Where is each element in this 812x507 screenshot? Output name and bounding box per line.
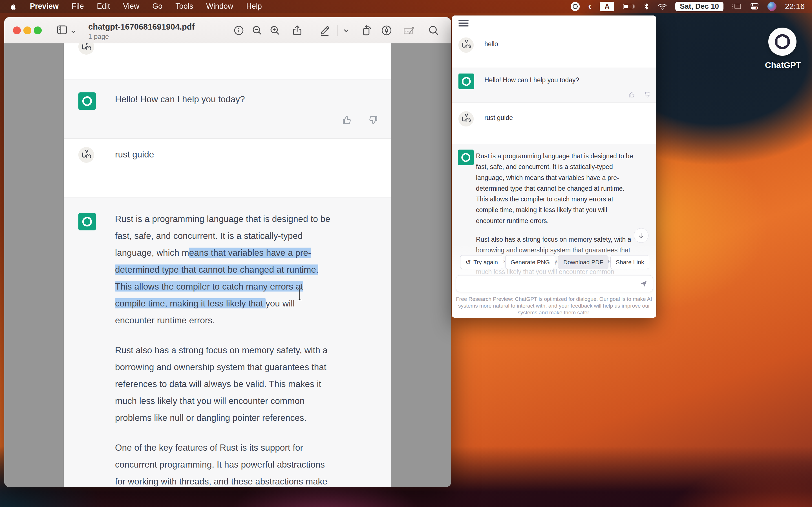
send-icon[interactable]	[640, 280, 648, 288]
pdf-row-user-rust-guide: rust guide	[64, 138, 391, 197]
apple-menu-icon[interactable]	[10, 2, 17, 11]
refresh-icon: ↺	[465, 259, 471, 266]
menu-app-name[interactable]: Preview	[30, 2, 59, 11]
hamburger-menu-icon[interactable]	[458, 20, 469, 26]
text-selection: eans that variables have a pre-	[189, 247, 311, 258]
zoom-out-icon[interactable]	[251, 24, 264, 37]
close-button[interactable]	[13, 26, 21, 34]
date-badge[interactable]: Sat, Dec 10	[675, 2, 723, 11]
thumbs-down-icon[interactable]	[368, 115, 378, 125]
rust-answer-text: Rust is a programming language that is d…	[115, 210, 330, 487]
chatgpt-avatar	[79, 93, 96, 110]
thumbs-down-icon[interactable]	[644, 91, 651, 98]
user-avatar	[79, 43, 94, 55]
chatgpt-logo-icon	[768, 27, 797, 56]
chatgpt-desktop-icon[interactable]: ChatGPT	[765, 27, 800, 70]
chatgpt-avatar	[79, 213, 96, 230]
pdf-page[interactable]: Hello! How can I help you today?	[64, 43, 391, 487]
document-title: chatgpt-1670681691904.pdf	[88, 22, 195, 32]
chatgpt-menubar-icon[interactable]	[571, 2, 580, 11]
footer-disclaimer: Free Research Preview: ChatGPT is optimi…	[455, 296, 653, 316]
page-count: 1 page	[88, 33, 109, 41]
popup-row-user-hello: hello	[452, 31, 656, 68]
chatgpt-avatar	[458, 150, 474, 165]
desktop-wallpaper: Preview File Edit View Go Tools Window H…	[0, 0, 812, 507]
chatgpt-popup-window: hello Hello! How can I help you today? r…	[452, 15, 656, 318]
user-avatar	[458, 111, 474, 126]
text-cursor-ibeam	[297, 288, 303, 301]
share-icon[interactable]	[291, 24, 304, 37]
menu-item-file[interactable]: File	[71, 2, 84, 11]
menu-item-window[interactable]: Window	[206, 2, 233, 11]
download-pdf-button[interactable]: Download PDF	[558, 255, 608, 269]
toolbar-divider	[338, 25, 338, 36]
user-prompt-text: rust guide	[485, 112, 513, 123]
thumbs-up-icon[interactable]	[342, 115, 352, 125]
zoom-in-icon[interactable]	[268, 24, 282, 37]
info-icon[interactable]	[232, 24, 245, 37]
highlight-pen-icon[interactable]	[318, 24, 331, 37]
siri-icon[interactable]	[767, 2, 776, 11]
pdf-row-user-hello-partial	[64, 43, 391, 79]
try-again-button[interactable]: ↺ Try again	[460, 255, 503, 269]
menu-item-view[interactable]: View	[123, 2, 139, 11]
pen-icon[interactable]	[380, 24, 393, 37]
control-center-icon[interactable]	[750, 3, 759, 10]
share-link-button[interactable]: Share Link	[610, 255, 649, 269]
sidebar-chevron-down-icon[interactable]	[69, 25, 78, 38]
scroll-to-bottom-button[interactable]	[634, 228, 649, 243]
menu-item-edit[interactable]: Edit	[97, 2, 110, 11]
menu-item-go[interactable]: Go	[152, 2, 162, 11]
menu-item-tools[interactable]: Tools	[175, 2, 193, 11]
rotate-left-icon[interactable]	[360, 24, 373, 37]
screen-mirroring-icon[interactable]	[732, 3, 742, 10]
user-prompt-text: rust guide	[115, 146, 154, 163]
user-avatar	[79, 147, 94, 163]
popup-row-user-rust-guide: rust guide	[452, 103, 656, 144]
search-icon[interactable]	[427, 24, 440, 37]
user-hello-text: hello	[485, 39, 498, 49]
pdf-row-assistant-greeting: Hello! How can I help you today?	[64, 79, 391, 138]
generate-png-button[interactable]: Generate PNG	[505, 255, 555, 269]
popup-header	[452, 15, 656, 31]
menu-bar: Preview File Edit View Go Tools Window H…	[0, 0, 812, 13]
popup-bottom-panel: ↺ Try again Generate PNG Download PDF Sh…	[452, 244, 656, 318]
text-selection: compile time, making it less likely that	[115, 298, 266, 308]
preview-titlebar[interactable]: chatgpt-1670681691904.pdf 1 page	[4, 17, 451, 44]
preview-content-area[interactable]: Hello! How can I help you today?	[4, 43, 451, 487]
wifi-icon[interactable]	[658, 3, 667, 10]
user-avatar	[458, 38, 474, 53]
minimize-button[interactable]	[23, 26, 31, 34]
chevron-left-icon[interactable]: ‹	[588, 1, 591, 11]
desktop-icon-label: ChatGPT	[765, 60, 800, 70]
clock: 22:16	[785, 2, 805, 11]
text-selection: This allows the compiler to catch many e…	[115, 281, 303, 291]
markup-chevron-down-icon[interactable]	[342, 24, 351, 37]
message-input[interactable]	[456, 276, 653, 292]
thumbs-up-icon[interactable]	[628, 91, 636, 98]
popup-row-assistant-greeting: Hello! How can I help you today?	[452, 68, 656, 103]
pdf-row-assistant-rust: Rust is a programming language that is d…	[64, 197, 391, 487]
sidebar-toggle-icon[interactable]	[56, 23, 68, 36]
assistant-greeting-text: Hello! How can I help you today?	[115, 91, 245, 108]
keyboard-layout-badge[interactable]: A	[600, 2, 614, 11]
form-fill-icon[interactable]	[402, 24, 415, 37]
text-selection: determined type that cannot be changed a…	[115, 265, 318, 275]
battery-icon[interactable]	[623, 3, 635, 10]
message-input-box[interactable]	[456, 275, 653, 292]
preview-window: chatgpt-1670681691904.pdf 1 page	[4, 17, 451, 487]
bluetooth-icon[interactable]	[644, 3, 649, 10]
assistant-greeting-text: Hello! How can I help you today?	[485, 75, 579, 86]
chatgpt-avatar	[458, 73, 474, 89]
menu-item-help[interactable]: Help	[246, 2, 262, 11]
zoom-window-button[interactable]	[34, 26, 42, 34]
